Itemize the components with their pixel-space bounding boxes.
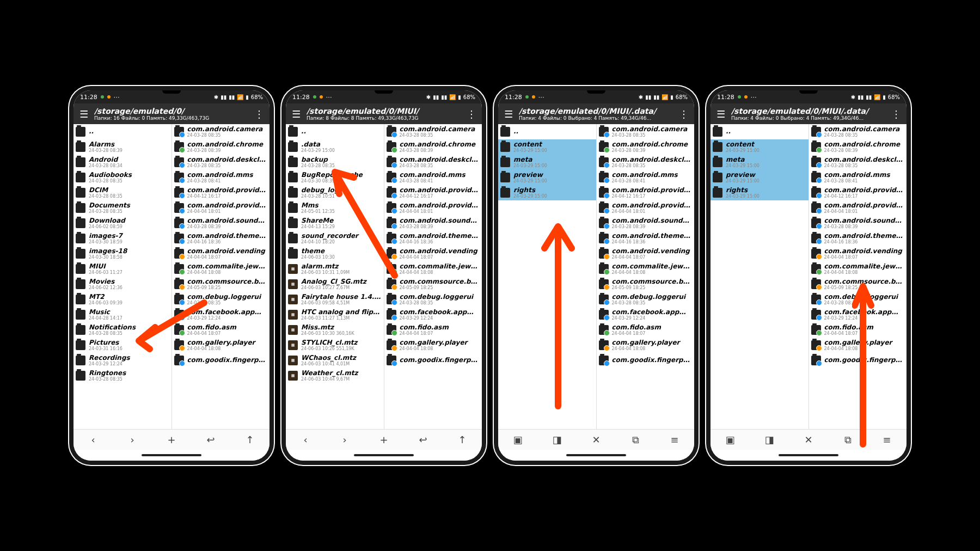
right-row[interactable]: com.commsource.beautyplus24-05-09 18:25 xyxy=(597,277,695,292)
toolbar-button[interactable]: ≡ xyxy=(876,434,898,445)
right-row[interactable]: com.android.camera24-03-28 08:35 xyxy=(172,124,270,139)
right-row[interactable]: com.goodix.fingerprint.setting xyxy=(809,353,907,368)
left-row[interactable]: Notifications24-03-28 08:35 xyxy=(74,322,171,338)
toolbar-button[interactable]: ▣ xyxy=(507,434,529,445)
right-row[interactable]: com.android.vending24-04-04 18:07 xyxy=(597,246,695,261)
left-row[interactable]: ▦Fairytale house 1.4.mtz24-06-03 09:58 4… xyxy=(286,292,384,307)
path-title[interactable]: /storage/emulated/0/MIUI/.data/ xyxy=(519,107,673,115)
toolbar-button[interactable]: + xyxy=(161,434,182,445)
right-row[interactable]: com.android.mms24-03-28 08:41 xyxy=(597,170,695,185)
right-row[interactable]: com.android.providers.downloads.ui24-04-… xyxy=(809,185,907,200)
right-row[interactable]: com.android.thememanager24-04-16 18:36 xyxy=(597,231,695,246)
hamburger-icon[interactable]: ☰ xyxy=(290,108,302,120)
toolbar-button[interactable]: ✕ xyxy=(798,434,819,445)
right-row[interactable]: com.android.providers.downloads.ui24-04-… xyxy=(384,185,482,200)
left-row[interactable]: .. xyxy=(498,124,596,139)
right-row[interactable]: com.fido.asm24-04-04 18:07 xyxy=(809,322,907,338)
left-row[interactable]: images-1824-03-30 18:58 xyxy=(74,246,171,261)
right-pane[interactable]: com.android.camera24-03-28 08:35com.andr… xyxy=(384,124,482,429)
left-row[interactable]: .. xyxy=(710,124,808,139)
left-row[interactable]: MIUI24-06-03 11:27 xyxy=(74,261,171,277)
right-row[interactable]: com.android.soundrecorder24-03-28 08:39 xyxy=(809,216,907,231)
right-row[interactable]: com.android.providers.downloads.ui24-04-… xyxy=(172,185,270,200)
left-row[interactable]: content24-03-29 15:00 xyxy=(498,139,596,155)
toolbar-button[interactable]: + xyxy=(373,434,395,445)
left-row[interactable]: .data24-03-29 15:00 xyxy=(286,139,384,155)
left-row[interactable]: backup24-03-28 08:35 xyxy=(286,155,384,170)
right-row[interactable]: com.android.mms24-03-28 08:41 xyxy=(384,170,482,185)
path-title[interactable]: /storage/emulated/0/ xyxy=(94,107,249,115)
left-row[interactable]: Music24-04-28 14:17 xyxy=(74,307,171,322)
left-pane[interactable]: ...data24-03-29 15:00backup24-03-28 08:3… xyxy=(286,124,384,429)
right-row[interactable]: com.commsource.beautyplus24-05-09 18:25 xyxy=(809,277,907,292)
right-pane[interactable]: com.android.camera24-03-28 08:35com.andr… xyxy=(172,124,270,429)
left-row[interactable]: ▦WChaos_cl.mtz24-06-03 10:41 4,01M xyxy=(286,353,384,368)
toolbar-button[interactable]: ↩ xyxy=(412,434,434,445)
left-row[interactable]: Alarms24-03-28 08:39 xyxy=(74,139,171,155)
right-row[interactable]: com.android.soundrecorder24-03-28 08:39 xyxy=(172,216,270,231)
right-row[interactable]: com.android.chrome24-03-28 08:39 xyxy=(172,139,270,155)
right-row[interactable]: com.fido.asm24-04-04 18:07 xyxy=(597,322,695,338)
hamburger-icon[interactable]: ☰ xyxy=(715,108,727,120)
left-row[interactable]: content24-03-29 15:00 xyxy=(710,139,808,155)
right-row[interactable]: com.android.mms24-03-28 08:41 xyxy=(809,170,907,185)
left-row[interactable]: ▦STYLICH_cl.mtz24-06-03 10:26 551,19K xyxy=(286,338,384,353)
right-row[interactable]: com.android.camera24-03-28 08:35 xyxy=(597,124,695,139)
right-row[interactable]: com.debug.loggerui24-03-28 08:35 xyxy=(809,292,907,307)
right-row[interactable]: com.android.providers.telephony24-04-04 … xyxy=(384,200,482,216)
right-row[interactable]: com.goodix.fingerprint.setting xyxy=(597,353,695,368)
right-row[interactable]: com.fido.asm24-04-04 18:07 xyxy=(384,322,482,338)
more-icon[interactable]: ⋮ xyxy=(465,108,477,120)
right-row[interactable]: com.android.soundrecorder24-03-28 08:39 xyxy=(384,216,482,231)
right-row[interactable]: com.android.providers.telephony24-04-04 … xyxy=(172,200,270,216)
right-row[interactable]: com.android.vending24-04-04 18:07 xyxy=(384,246,482,261)
right-row[interactable]: com.debug.loggerui24-03-28 08:35 xyxy=(172,292,270,307)
left-row[interactable]: DCIM24-03-28 08:35 xyxy=(74,185,171,200)
right-row[interactable]: com.android.chrome24-03-28 08:39 xyxy=(384,139,482,155)
left-pane[interactable]: ..content24-03-29 15:00meta24-03-29 15:0… xyxy=(498,124,597,429)
right-row[interactable]: com.android.vending24-04-04 18:07 xyxy=(809,246,907,261)
left-row[interactable]: ▦alarm.mtz24-06-03 10:31 1,09M xyxy=(286,261,384,277)
right-row[interactable]: com.gallery.player24-04-04 18:08 xyxy=(384,338,482,353)
right-row[interactable]: com.android.deskclock24-03-28 08:35 xyxy=(384,155,482,170)
left-row[interactable]: theme24-06-03 10:30 xyxy=(286,246,384,261)
left-pane[interactable]: ..Alarms24-03-28 08:39Android24-03-28 08… xyxy=(74,124,172,429)
left-row[interactable]: preview24-03-29 15:00 xyxy=(498,170,596,185)
toolbar-button[interactable]: ◨ xyxy=(758,434,780,445)
toolbar-button[interactable]: ≡ xyxy=(664,434,685,445)
left-row[interactable]: Pictures24-03-31 16:16 xyxy=(74,338,171,353)
toolbar-button[interactable]: ✕ xyxy=(585,434,607,445)
toolbar-button[interactable]: ↩ xyxy=(200,434,222,445)
right-row[interactable]: com.android.vending24-04-04 18:07 xyxy=(172,246,270,261)
left-row[interactable]: sound_recorder24-04-10 18:20 xyxy=(286,231,384,246)
left-row[interactable]: ▦HTC analog and flip clock.mtz24-06-03 1… xyxy=(286,307,384,322)
left-row[interactable]: ShareMe24-04-13 15:29 xyxy=(286,216,384,231)
more-icon[interactable]: ⋮ xyxy=(253,108,265,120)
left-row[interactable]: MT224-06-03 09:39 xyxy=(74,292,171,307)
left-row[interactable]: .. xyxy=(74,124,171,139)
left-row[interactable]: meta24-03-29 15:00 xyxy=(498,155,596,170)
right-row[interactable]: com.android.deskclock24-03-28 08:35 xyxy=(172,155,270,170)
right-pane[interactable]: com.android.camera24-03-28 08:35com.andr… xyxy=(597,124,695,429)
right-row[interactable]: com.gallery.player24-04-04 18:08 xyxy=(809,338,907,353)
left-row[interactable]: meta24-03-29 15:00 xyxy=(710,155,808,170)
right-row[interactable]: com.debug.loggerui24-03-28 08:35 xyxy=(597,292,695,307)
left-row[interactable]: images-724-03-30 18:59 xyxy=(74,231,171,246)
left-row[interactable]: rights24-03-29 15:00 xyxy=(710,185,808,200)
right-pane[interactable]: com.android.camera24-03-28 08:35com.andr… xyxy=(809,124,907,429)
more-icon[interactable]: ⋮ xyxy=(890,108,902,120)
right-row[interactable]: com.commsource.beautyplus24-05-09 18:25 xyxy=(384,277,482,292)
right-row[interactable]: com.android.thememanager24-04-16 18:36 xyxy=(172,231,270,246)
left-row[interactable]: ▦Weather_cl.mtz24-06-03 10:44 9,67M xyxy=(286,368,384,383)
right-row[interactable]: com.fido.asm24-04-04 18:07 xyxy=(172,322,270,338)
toolbar-button[interactable]: ↑ xyxy=(451,434,473,445)
left-row[interactable]: BugReportCache24-03-30 08:39 xyxy=(286,170,384,185)
left-row[interactable]: Mms24-05-01 12:35 xyxy=(286,200,384,216)
right-row[interactable]: com.goodix.fingerprint.setting xyxy=(384,353,482,368)
toolbar-button[interactable]: › xyxy=(121,434,143,445)
path-title[interactable]: /storage/emulated/0/MIUI/ xyxy=(307,107,461,115)
right-row[interactable]: com.android.providers.telephony24-04-04 … xyxy=(809,200,907,216)
right-row[interactable]: com.android.providers.downloads.ui24-04-… xyxy=(597,185,695,200)
right-row[interactable]: com.android.chrome24-03-28 08:39 xyxy=(597,139,695,155)
left-row[interactable]: Audiobooks24-03-28 08:35 xyxy=(74,170,171,185)
